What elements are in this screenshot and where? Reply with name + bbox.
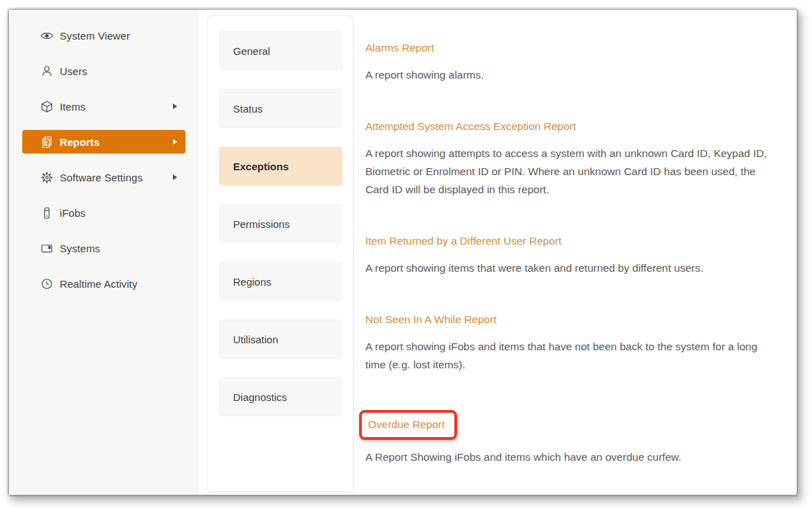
chevron-right-icon [173, 139, 177, 145]
tab-label: Status [233, 103, 263, 115]
sidebar-item-realtime-activity[interactable]: Realtime Activity [22, 272, 185, 295]
tab-label: General [233, 45, 270, 57]
tab-label: Exceptions [233, 161, 289, 172]
eye-icon [40, 29, 53, 42]
sidebar-item-label: Software Settings [60, 172, 142, 183]
tab-utilisation[interactable]: Utilisation [219, 320, 342, 359]
report-description: A report showing iFobs and items that ha… [365, 338, 779, 374]
tab-label: Utilisation [233, 334, 279, 345]
chevron-right-icon [173, 104, 177, 109]
report-link-attempted-system-access[interactable]: Attempted System Access Exception Report [365, 120, 576, 133]
chevron-right-icon [173, 174, 177, 180]
sidebar-item-label: Realtime Activity [60, 278, 138, 290]
sidebar-item-label: System Viewer [60, 30, 130, 42]
report-description: A Report Showing iFobs and items which h… [365, 448, 779, 466]
ifob-icon [40, 206, 53, 220]
sidebar-item-software-settings[interactable]: Software Settings [22, 165, 185, 189]
sidebar-item-reports[interactable]: Reports [22, 130, 185, 154]
report-list: Alarms Report A report showing alarms. A… [354, 10, 797, 495]
report-description: A report showing items that were taken a… [365, 259, 779, 277]
sidebar-item-systems[interactable]: Systems [22, 236, 185, 260]
report-entry-alarms: Alarms Report A report showing alarms. [365, 42, 779, 84]
sidebar-item-label: Items [60, 101, 85, 113]
tab-general[interactable]: General [219, 31, 342, 70]
report-entry-item-returned-different-user: Item Returned by a Different User Report… [365, 235, 779, 277]
tab-permissions[interactable]: Permissions [219, 204, 342, 243]
report-category-panel: General Status Exceptions Permissions Re… [207, 15, 354, 492]
report-link-not-seen-in-a-while[interactable]: Not Seen In A While Report [365, 313, 497, 326]
clock-icon [40, 277, 53, 290]
sidebar-item-label: Systems [60, 243, 100, 254]
overdue-report-highlight-annotation: Overdue Report [359, 410, 457, 440]
tab-label: Permissions [233, 218, 290, 230]
tab-exceptions[interactable]: Exceptions [219, 147, 342, 186]
gear-icon [40, 171, 53, 184]
report-link-item-returned-different-user[interactable]: Item Returned by a Different User Report [365, 235, 561, 247]
user-icon [40, 65, 53, 78]
sidebar-item-users[interactable]: Users [22, 59, 185, 83]
cabinet-icon [40, 242, 53, 255]
report-description: A report showing alarms. [365, 66, 779, 84]
sidebar-item-label: Users [60, 65, 88, 77]
sidebar-item-label: Reports [60, 136, 99, 148]
sidebar-item-items[interactable]: Items [22, 95, 185, 118]
tab-status[interactable]: Status [219, 89, 342, 128]
report-entry-not-seen-in-a-while: Not Seen In A While Report A report show… [365, 313, 779, 374]
tab-regions[interactable]: Regions [219, 262, 342, 301]
cube-icon [40, 100, 53, 113]
tab-diagnostics[interactable]: Diagnostics [219, 377, 342, 416]
sidebar: System Viewer Users Items Reports [9, 10, 199, 495]
tab-label: Regions [233, 276, 272, 288]
sidebar-item-ifobs[interactable]: iFobs [22, 201, 185, 224]
sidebar-item-system-viewer[interactable]: System Viewer [22, 24, 185, 47]
report-link-overdue[interactable]: Overdue Report [368, 418, 445, 431]
report-entry-attempted-system-access: Attempted System Access Exception Report… [365, 120, 779, 199]
app-window: System Viewer Users Items Reports [9, 10, 797, 495]
tab-label: Diagnostics [233, 391, 288, 403]
report-link-alarms[interactable]: Alarms Report [365, 42, 434, 54]
sidebar-item-label: iFobs [60, 207, 85, 219]
report-icon [40, 136, 53, 149]
report-description: A report showing attempts to access a sy… [365, 145, 779, 199]
report-entry-overdue: Overdue Report A Report Showing iFobs an… [365, 410, 779, 466]
